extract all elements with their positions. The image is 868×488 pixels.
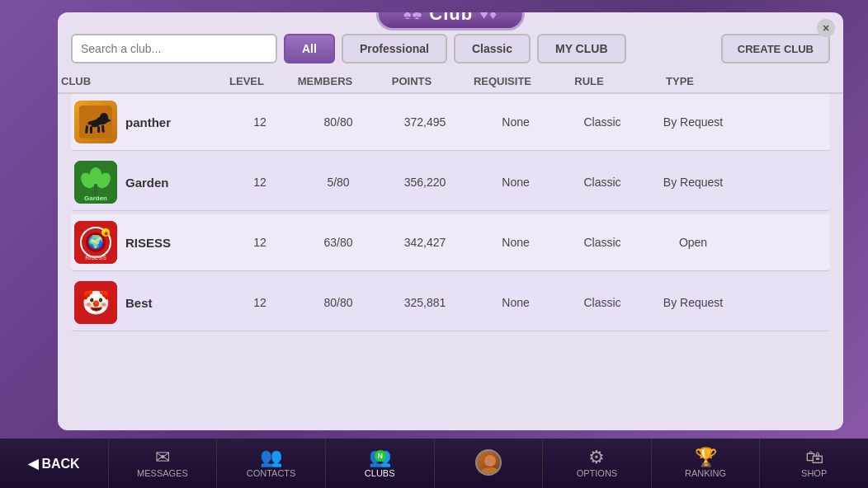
search-filter-row: All Professional Classic MY CLUB CREATE … bbox=[58, 24, 843, 70]
nav-item-profile[interactable] bbox=[435, 439, 544, 488]
svg-text:🌍: 🌍 bbox=[87, 234, 104, 250]
options-icon: ⚙ bbox=[588, 448, 605, 467]
svg-text:Garden: Garden bbox=[84, 195, 107, 202]
profile-avatar bbox=[475, 449, 502, 476]
club-name-garden: Garden bbox=[125, 176, 169, 190]
members-panther: 80/80 bbox=[297, 115, 380, 129]
club-cell-panther: panther bbox=[74, 101, 223, 143]
rule-risess: Classic bbox=[561, 236, 644, 249]
club-name-risess: RISESS bbox=[125, 236, 171, 250]
col-points: POINTS bbox=[366, 75, 457, 87]
members-risess: 63/80 bbox=[297, 236, 380, 249]
points-best: 325,881 bbox=[380, 296, 470, 309]
nav-item-clubs[interactable]: 👥 N CLUBS bbox=[326, 439, 435, 488]
club-logo-garden: Garden bbox=[74, 161, 117, 204]
points-risess: 342,427 bbox=[380, 236, 470, 249]
back-button[interactable]: ◀ BACK bbox=[0, 439, 109, 488]
filter-professional-button[interactable]: Professional bbox=[342, 34, 447, 63]
club-name-panther: panther bbox=[125, 115, 171, 129]
shop-icon: 🛍 bbox=[805, 448, 823, 467]
level-risess: 12 bbox=[223, 236, 297, 249]
col-members: MEMBERS bbox=[284, 75, 366, 87]
svg-point-0 bbox=[484, 455, 496, 467]
club-cell-garden: Garden Garden bbox=[74, 161, 223, 204]
table-row[interactable]: 🤡 Best 12 80/80 325,881 None Classic By … bbox=[71, 274, 830, 331]
bottom-navigation: ◀ BACK ✉ MESSAGES 👥 CONTACTS 👥 N CLUBS ⚙… bbox=[0, 439, 868, 488]
nav-item-ranking[interactable]: 🏆 RANKING bbox=[652, 439, 761, 488]
col-type: TYPE bbox=[630, 75, 729, 87]
type-risess: Open bbox=[644, 236, 743, 249]
messages-icon: ✉ bbox=[155, 448, 170, 467]
club-cell-risess: 🌍 ★ RISESS RISESS bbox=[74, 221, 223, 264]
points-garden: 356,220 bbox=[380, 176, 470, 189]
table-header: CLUB LEVEL MEMBERS POINTS REQUISITE RULE… bbox=[58, 70, 843, 94]
level-panther: 12 bbox=[223, 115, 297, 129]
svg-point-1 bbox=[480, 467, 500, 476]
table-row[interactable]: 🌍 ★ RISESS RISESS 12 63/80 342,427 None … bbox=[71, 214, 830, 271]
table-body: panther 12 80/80 372,495 None Classic By… bbox=[58, 94, 843, 430]
level-garden: 12 bbox=[223, 176, 297, 189]
club-logo-best: 🤡 bbox=[74, 281, 117, 324]
filter-myclub-button[interactable]: MY CLUB bbox=[537, 34, 626, 63]
members-garden: 5/80 bbox=[297, 176, 380, 189]
requisite-panther: None bbox=[470, 115, 561, 129]
club-modal: Club × All Professional Classic MY CLUB … bbox=[58, 12, 843, 430]
svg-rect-9 bbox=[97, 126, 100, 133]
contacts-icon: 👥 bbox=[260, 448, 282, 467]
type-best: By Request bbox=[644, 296, 743, 309]
svg-rect-8 bbox=[90, 126, 92, 134]
svg-rect-16 bbox=[94, 184, 97, 195]
filter-classic-button[interactable]: Classic bbox=[454, 34, 531, 63]
requisite-risess: None bbox=[470, 236, 561, 249]
search-input[interactable] bbox=[71, 34, 277, 63]
type-garden: By Request bbox=[644, 176, 743, 189]
modal-title: Club bbox=[376, 12, 525, 30]
filter-all-button[interactable]: All bbox=[284, 34, 335, 63]
clubs-badge: N bbox=[375, 450, 386, 462]
svg-text:RISESS: RISESS bbox=[85, 255, 106, 260]
create-club-button[interactable]: CREATE CLUB bbox=[721, 34, 830, 63]
rule-panther: Classic bbox=[561, 115, 644, 129]
col-club: CLUB bbox=[61, 75, 210, 87]
points-panther: 372,495 bbox=[380, 115, 470, 129]
close-button[interactable]: × bbox=[817, 19, 835, 37]
members-best: 80/80 bbox=[297, 296, 380, 309]
col-level: LEVEL bbox=[210, 75, 284, 87]
rule-best: Classic bbox=[561, 296, 644, 309]
rule-garden: Classic bbox=[561, 176, 644, 189]
requisite-garden: None bbox=[470, 176, 561, 189]
ranking-icon: 🏆 bbox=[695, 448, 717, 467]
nav-item-contacts[interactable]: 👥 CONTACTS bbox=[217, 439, 326, 488]
club-logo-panther bbox=[74, 101, 117, 143]
table-row[interactable]: panther 12 80/80 372,495 None Classic By… bbox=[71, 94, 830, 151]
club-name-best: Best bbox=[125, 296, 153, 310]
col-requisite: REQUISITE bbox=[457, 75, 548, 87]
table-row[interactable]: Garden Garden 12 5/80 356,220 None Class… bbox=[71, 154, 830, 211]
club-logo-risess: 🌍 ★ RISESS bbox=[74, 221, 117, 264]
modal-title-bar: Club bbox=[376, 12, 525, 30]
level-best: 12 bbox=[223, 296, 297, 309]
svg-text:🤡: 🤡 bbox=[82, 289, 111, 317]
type-panther: By Request bbox=[644, 115, 743, 129]
nav-item-messages[interactable]: ✉ MESSAGES bbox=[109, 439, 218, 488]
nav-item-shop[interactable]: 🛍 SHOP bbox=[760, 439, 868, 488]
nav-item-options[interactable]: ⚙ OPTIONS bbox=[543, 439, 652, 488]
svg-text:★: ★ bbox=[103, 230, 109, 237]
requisite-best: None bbox=[470, 296, 561, 309]
col-rule: RULE bbox=[548, 75, 630, 87]
club-cell-best: 🤡 Best bbox=[74, 281, 223, 324]
